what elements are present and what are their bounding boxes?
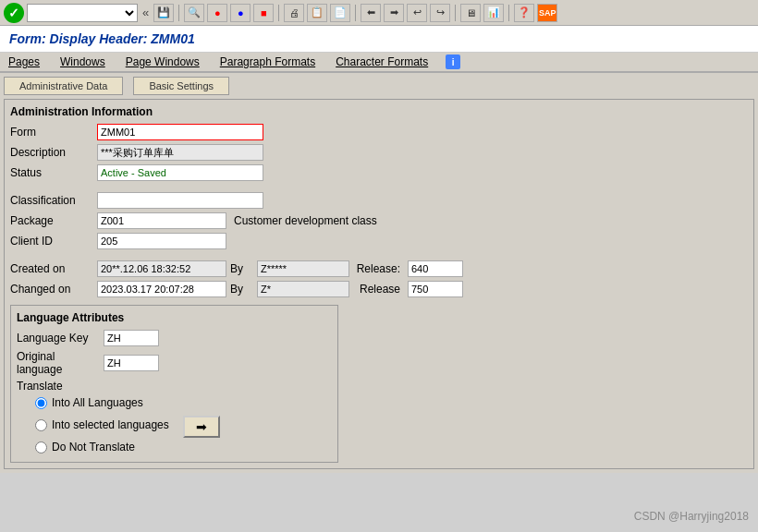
changed-on-label: Changed on [10,283,93,296]
client-id-row: Client ID [10,233,748,249]
status-check-icon[interactable]: ✓ [4,3,24,23]
sap-icon[interactable]: SAP [537,4,557,22]
classification-row: Classification [10,192,748,209]
changed-on-input[interactable] [97,281,226,297]
menu-paragraph-formats[interactable]: Paragraph Formats [217,54,318,69]
title-bar: Form: Display Header: ZMM01 [0,26,758,53]
lang-section-title: Language Attributes [17,311,332,324]
lang-key-input[interactable] [104,330,159,346]
search-icon[interactable]: 🔍 [184,4,204,22]
radio-all-languages-label: Into All Languages [52,396,143,409]
red-icon[interactable]: ● [207,4,227,22]
description-label: Description [10,146,93,159]
package-label: Package [10,214,93,227]
separator [178,5,179,21]
toolbar: ✓ « 💾 🔍 ● ● ■ 🖨 📋 📄 ⬅ ➡ ↩ ↪ 🖥 📊 ❓ SAP [0,0,758,26]
menu-page-windows[interactable]: Page Windows [123,54,202,69]
tab-basic-settings[interactable]: Basic Settings [133,77,229,95]
print-icon[interactable]: 🖨 [284,4,304,22]
translate-button[interactable]: ➡ [183,416,220,438]
classification-input[interactable] [97,192,263,209]
monitor-icon[interactable]: 🖥 [460,4,481,22]
radio-selected-label: Into selected languages [52,418,169,431]
created-on-label: Created on [10,262,93,275]
tab-row: Administrative Data Basic Settings [4,77,754,95]
package-row: Package Customer development class [10,212,748,229]
orig-lang-row: Original language [17,350,332,376]
radio-all-languages[interactable] [35,397,47,409]
menu-windows[interactable]: Windows [57,54,108,69]
package-text: Customer development class [234,214,377,227]
changed-by-label: By [230,283,253,296]
radio-no-translate[interactable] [35,441,47,453]
nav-back-icon[interactable]: « [141,5,151,20]
separator2 [278,5,279,21]
next2-icon[interactable]: ↪ [430,4,450,22]
copy-icon[interactable]: 📋 [307,4,327,22]
changed-on-row: Changed on By Release [10,281,748,297]
prev2-icon[interactable]: ↩ [407,4,427,22]
status-row: Status [10,164,748,181]
menu-character-formats[interactable]: Character Formats [333,54,431,69]
created-release-label: Release: [353,262,404,275]
orig-lang-label: Original language [17,350,100,376]
radio-all-languages-row: Into All Languages [35,396,332,409]
status-label: Status [10,166,93,179]
created-by-label: By [230,262,253,275]
prev-icon[interactable]: ⬅ [361,4,381,22]
admin-section-title: Administration Information [10,105,748,118]
main-panel: Administration Information Form Descript… [4,99,754,469]
form-label: Form [10,126,93,139]
separator5 [508,5,509,21]
changed-release-input[interactable] [408,281,463,297]
changed-release-label: Release [353,283,404,296]
blue-icon[interactable]: ● [230,4,251,22]
form-row: Form [10,124,748,140]
radio-selected-row: Into selected languages ➡ [35,412,332,438]
menu-pages[interactable]: Pages [6,54,43,69]
lang-key-label: Language Key [17,332,100,345]
toolbar-dropdown[interactable] [27,4,138,22]
translate-label: Translate [17,380,100,393]
client-id-label: Client ID [10,235,93,248]
menu-bar: Pages Windows Page Windows Paragraph For… [0,53,758,73]
doc-icon[interactable]: 📄 [330,4,350,22]
tab-administrative[interactable]: Administrative Data [4,77,123,95]
translate-label-row: Translate [17,380,332,393]
description-row: Description [10,144,748,161]
page-title: Form: Display Header: ZMM01 [9,31,749,46]
created-by-input[interactable] [257,260,349,277]
package-input[interactable] [97,212,226,229]
content-area: Administrative Data Basic Settings Admin… [0,73,758,473]
client-id-input[interactable] [97,233,226,249]
help-icon[interactable]: ❓ [514,4,534,22]
changed-by-input[interactable] [257,281,349,297]
radio-selected-languages[interactable] [35,419,47,431]
form-input[interactable] [97,124,263,140]
created-release-input[interactable] [408,260,463,277]
radio-no-translate-label: Do Not Translate [52,441,135,453]
radio-no-translate-row: Do Not Translate [35,441,332,453]
separator3 [355,5,356,21]
watermark: CSDN @Harryjing2018 [634,510,749,523]
created-on-row: Created on By Release: [10,260,748,277]
save-icon[interactable]: 💾 [153,4,174,22]
language-attributes-section: Language Attributes Language Key Origina… [10,305,338,463]
status-input[interactable] [97,164,263,181]
lang-key-row: Language Key [17,330,332,346]
classification-label: Classification [10,194,93,207]
description-input[interactable] [97,144,263,161]
info-icon[interactable]: i [446,54,460,69]
next-icon[interactable]: ➡ [384,4,404,22]
chart-icon[interactable]: 📊 [483,4,504,22]
separator4 [455,5,456,21]
created-on-input[interactable] [97,260,226,277]
orig-lang-input[interactable] [104,355,159,371]
stop-icon[interactable]: ■ [253,4,274,22]
